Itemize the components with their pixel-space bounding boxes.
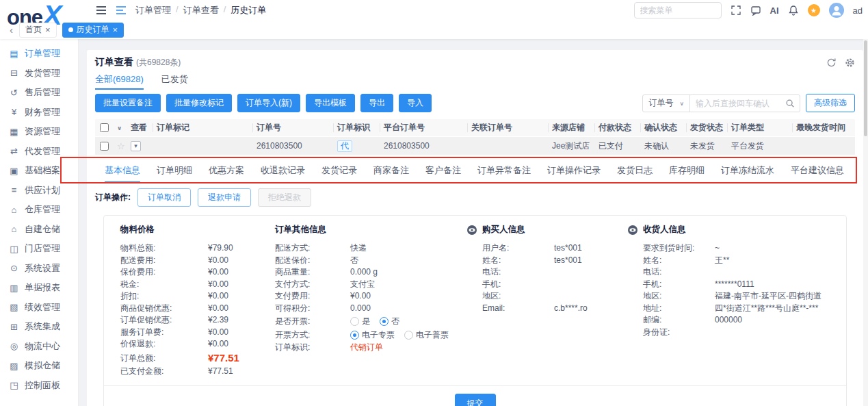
fullscreen-icon[interactable] xyxy=(731,5,741,16)
detail-tab[interactable]: 收退款记录 xyxy=(261,164,305,177)
detail-tab[interactable]: 优惠方案 xyxy=(209,164,244,177)
eye-icon[interactable] xyxy=(466,225,477,236)
sidebar-item[interactable]: ◎ 物流中心 xyxy=(0,337,78,357)
chevron-down-icon: ∨ xyxy=(679,100,684,106)
sidebar-item[interactable]: ⌂ 仓库管理 xyxy=(0,200,78,220)
sidebar-item[interactable]: ▣ 基础档案 xyxy=(0,161,78,181)
sidebar-item[interactable]: ⊟ 发货管理 xyxy=(0,64,78,84)
star-icon[interactable]: ☆ xyxy=(117,141,125,151)
detail-row: 地区: 福建-南平市-延平区-四鹤街道 xyxy=(627,290,830,303)
detail-tab[interactable]: 库存明细 xyxy=(669,164,705,177)
close-tab-icon[interactable]: × xyxy=(45,25,51,35)
detail-tab[interactable]: 订单明细 xyxy=(157,164,192,177)
order-op-button[interactable]: 退款申请 xyxy=(198,188,251,207)
radio-invoice-normal[interactable] xyxy=(404,331,413,340)
sidebar-item[interactable]: ⊞ 系统集成 xyxy=(0,317,78,337)
sidebar-item[interactable]: ▥ 单据报表 xyxy=(0,278,78,298)
eye-icon[interactable] xyxy=(627,225,638,236)
scrollbar[interactable] xyxy=(863,39,868,406)
detail-row: 电话: xyxy=(466,266,627,279)
menu-search-input[interactable] xyxy=(640,5,715,15)
page-tab-label: 首页 xyxy=(25,24,42,36)
page-tab[interactable]: 首页 × xyxy=(19,23,57,38)
sidebar-item-label: 订单管理 xyxy=(25,47,60,60)
advanced-filter-button[interactable]: 高级筛选 xyxy=(806,94,855,112)
detail-tab[interactable]: 订单异常备注 xyxy=(477,164,531,177)
sidebar-item[interactable]: ⇄ 代发管理 xyxy=(0,142,78,162)
detail-tab[interactable]: 基本信息 xyxy=(105,164,140,177)
order-search-input[interactable] xyxy=(690,99,780,108)
table-header: ∨ 查看 订单标记 订单号 订单标识 平台订单号 关联订单号 来源店铺 付款状态… xyxy=(95,119,855,136)
view-tab[interactable]: 已发货 xyxy=(161,73,188,90)
table-row[interactable]: ☆ ▾ 2610803500 代 2610803500 Jee测试店 已支付 未… xyxy=(95,137,855,155)
promo-badge-icon[interactable]: ★ xyxy=(808,4,820,16)
detail-tab[interactable]: 客户备注 xyxy=(425,164,461,177)
gear-icon[interactable] xyxy=(845,58,855,68)
sidebar-item-label: 系统设置 xyxy=(25,262,60,275)
radio-invoice-yes[interactable] xyxy=(350,317,359,326)
tabs-scroll-left-icon[interactable]: ‹ xyxy=(10,24,13,36)
bulk-action-button[interactable]: 订单导入(新) xyxy=(237,94,300,112)
order-op-button[interactable]: 订单取消 xyxy=(137,188,191,207)
sidebar-item[interactable]: ▨ 模拟仓储 xyxy=(0,356,78,376)
scrollbar-thumb[interactable] xyxy=(864,40,867,136)
bulk-action-button[interactable]: 批量设置备注 xyxy=(95,94,161,112)
ai-assistant-button[interactable]: AI xyxy=(770,5,779,16)
menu-search-box[interactable] xyxy=(634,2,722,18)
page-tab[interactable]: 历史订单 × xyxy=(62,23,124,38)
selection-dropdown-icon[interactable]: ∨ xyxy=(117,125,122,131)
sidebar-item-label: 财务管理 xyxy=(25,106,60,118)
message-icon[interactable] xyxy=(750,5,761,16)
avatar[interactable] xyxy=(829,3,844,18)
sidebar-item[interactable]: ▤ 订单管理 xyxy=(0,44,78,64)
select-all-checkbox[interactable] xyxy=(100,123,109,132)
bell-icon[interactable] xyxy=(788,5,799,16)
bulk-action-button[interactable]: 导出 xyxy=(360,94,393,112)
order-op-button[interactable]: 拒绝退款 xyxy=(258,188,311,207)
search-field-select[interactable]: 订单号 ∨ xyxy=(643,95,690,112)
detail-row: 配送费用: ¥0.00 xyxy=(120,255,275,267)
order-flag-badge: 代 xyxy=(337,140,352,152)
sidebar-item[interactable]: ↺ 售后管理 xyxy=(0,83,78,103)
detail-tab[interactable]: 订单冻结流水 xyxy=(721,164,774,177)
expand-row-icon[interactable]: ▾ xyxy=(131,141,141,151)
breadcrumb-item[interactable]: 订单查看 xyxy=(183,4,219,16)
sidebar-item[interactable]: ▧ 绩效管理 xyxy=(0,298,78,318)
row-checkbox[interactable] xyxy=(100,142,109,151)
sidebar-item[interactable]: ▦ 资源管理 xyxy=(0,122,78,142)
detail-tab[interactable]: 商家备注 xyxy=(373,164,409,177)
sidebar-item-label: 供应计划 xyxy=(25,184,60,196)
bulk-action-button[interactable]: 导入 xyxy=(399,94,432,112)
submit-button[interactable]: 提交 xyxy=(455,394,496,406)
page-tabs-bar: ‹ 首页 × 历史订单 × xyxy=(0,21,868,39)
search-icon[interactable] xyxy=(780,99,800,108)
radio-invoice-no[interactable] xyxy=(380,317,389,326)
bulk-action-button[interactable]: 导出模板 xyxy=(306,94,355,112)
app-header: one X 订单管理/ 订单查看/ 历史订单 AI ★ xyxy=(0,0,868,39)
detail-row: 用户名: tes*001 xyxy=(466,242,627,255)
breadcrumb-item[interactable]: 订单管理 xyxy=(135,4,171,16)
bulk-action-button[interactable]: 批量修改标记 xyxy=(166,94,232,112)
refresh-icon[interactable] xyxy=(826,58,837,68)
sidebar-item[interactable]: ≡ 供应计划 xyxy=(0,181,78,201)
sidebar-item[interactable]: ¥ 财务管理 xyxy=(0,103,78,123)
collapse-sidebar-icon[interactable] xyxy=(96,5,107,15)
sidebar-item[interactable]: ⊙ 系统设置 xyxy=(0,259,78,279)
detail-tab[interactable]: 订单操作记录 xyxy=(547,164,601,177)
close-tab-icon[interactable]: × xyxy=(113,25,118,35)
order-flag-row: 订单标识: 代销订单 xyxy=(275,342,466,354)
username[interactable]: ad xyxy=(853,5,863,16)
detail-tab[interactable]: 发货记录 xyxy=(321,164,357,177)
sidebar-item[interactable]: ⌂ 自建仓储 xyxy=(0,220,78,240)
view-tab[interactable]: 全部(69828) xyxy=(95,73,144,90)
sidebar-item-label: 控制面板 xyxy=(25,379,60,392)
sidebar-item[interactable]: ◫ 门店管理 xyxy=(0,239,78,259)
radio-invoice-special[interactable] xyxy=(350,331,359,340)
menu-icon[interactable] xyxy=(116,5,127,15)
detail-row: 保价费用: ¥0.00 xyxy=(120,266,275,279)
sidebar-item-label: 模拟仓储 xyxy=(25,359,60,372)
detail-tab[interactable]: 平台建议信息 xyxy=(791,164,844,177)
detail-tab[interactable]: 发货日志 xyxy=(617,164,653,177)
sidebar-item[interactable]: ◳ 控制面板 xyxy=(0,376,78,396)
sidebar-item-icon: ⇄ xyxy=(9,146,19,156)
